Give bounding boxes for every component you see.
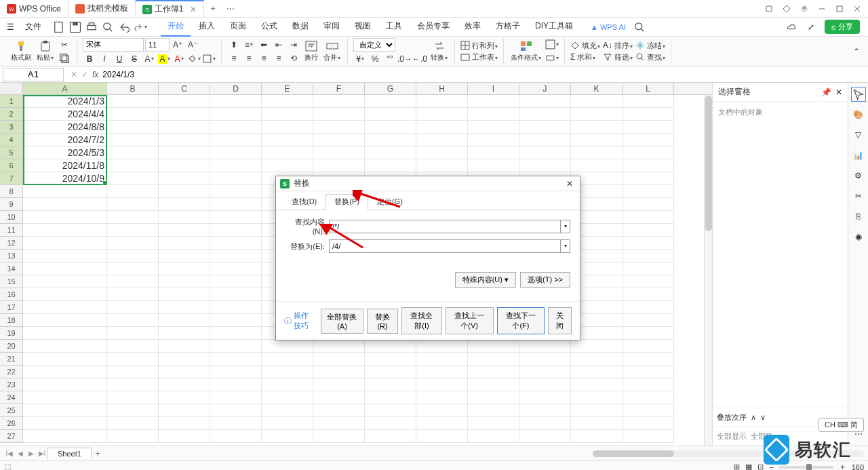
menutab-data[interactable]: 数据 [285, 17, 315, 37]
menutab-view[interactable]: 视图 [348, 17, 378, 37]
cell[interactable] [210, 391, 262, 404]
cell[interactable] [468, 95, 519, 108]
align-l-icon[interactable]: ≡ [227, 52, 241, 64]
cell[interactable] [23, 417, 107, 430]
cell[interactable] [571, 340, 623, 353]
cell[interactable] [262, 159, 313, 172]
cell[interactable] [365, 378, 416, 391]
cell[interactable] [571, 108, 623, 121]
cell[interactable]: 2024/11/8 [23, 159, 107, 172]
cell[interactable] [313, 417, 365, 430]
new-icon[interactable] [52, 20, 66, 34]
cell[interactable] [159, 185, 210, 198]
cell[interactable] [23, 378, 107, 391]
cell[interactable] [519, 430, 571, 443]
cell[interactable] [416, 391, 468, 404]
cell[interactable] [623, 172, 674, 185]
cell[interactable] [468, 108, 519, 121]
cell[interactable] [159, 211, 210, 224]
cell[interactable] [365, 134, 416, 146]
copy-icon[interactable] [58, 52, 71, 64]
cell[interactable] [107, 237, 159, 250]
cell[interactable] [262, 146, 313, 159]
col-header[interactable]: J [519, 83, 571, 94]
cell[interactable] [210, 198, 262, 211]
font-name-select[interactable] [83, 38, 144, 52]
cell[interactable] [519, 146, 571, 159]
wps-ai-button[interactable]: ▲WPS AI [591, 23, 626, 31]
cell[interactable] [262, 353, 313, 366]
cell[interactable] [159, 121, 210, 134]
cell[interactable] [571, 95, 623, 108]
cell[interactable] [159, 275, 210, 288]
cell[interactable] [159, 224, 210, 237]
cell[interactable] [159, 172, 210, 185]
cell[interactable] [107, 250, 159, 262]
tab-menu-button[interactable]: ⋯ [222, 4, 239, 14]
cell[interactable] [107, 353, 159, 366]
cell[interactable] [159, 417, 210, 430]
row-header[interactable]: 7 [0, 172, 23, 185]
menutab-efficiency[interactable]: 效率 [458, 17, 488, 37]
cell[interactable] [623, 301, 674, 314]
row-header[interactable]: 20 [0, 340, 23, 353]
cell[interactable] [623, 121, 674, 134]
cell[interactable] [468, 417, 519, 430]
row-header[interactable]: 13 [0, 250, 23, 262]
cell[interactable] [210, 404, 262, 417]
merge-button[interactable]: 合并 [322, 40, 342, 62]
sort-button[interactable]: 排序 [614, 41, 633, 51]
zoom-slider[interactable] [779, 466, 833, 469]
cell[interactable] [623, 404, 674, 417]
row-header[interactable]: 4 [0, 134, 23, 146]
cell[interactable] [210, 340, 262, 353]
cell[interactable] [313, 159, 365, 172]
freeze-button[interactable]: 冻结 [647, 41, 665, 51]
cell[interactable] [23, 185, 107, 198]
highlight-icon[interactable]: A [157, 53, 171, 65]
cell[interactable] [107, 378, 159, 391]
row-header[interactable]: 14 [0, 262, 23, 275]
underline-icon[interactable]: U [113, 53, 126, 65]
cell[interactable] [416, 146, 468, 159]
cell[interactable] [23, 237, 107, 250]
cell[interactable] [365, 353, 416, 366]
cell[interactable] [159, 340, 210, 353]
row-header[interactable]: 15 [0, 275, 23, 288]
cell[interactable] [416, 366, 468, 378]
cell[interactable] [23, 288, 107, 301]
row-header[interactable]: 11 [0, 224, 23, 237]
cell[interactable] [107, 314, 159, 327]
currency-icon[interactable]: ¥ [353, 53, 367, 65]
cell[interactable] [23, 353, 107, 366]
cell[interactable] [210, 378, 262, 391]
cell[interactable] [107, 262, 159, 275]
menutab-insert[interactable]: 插入 [192, 17, 222, 37]
cell[interactable] [210, 314, 262, 327]
cell[interactable] [159, 108, 210, 121]
cell[interactable] [210, 146, 262, 159]
find-all-button[interactable]: 查找全部(I) [401, 307, 441, 334]
cell[interactable] [623, 314, 674, 327]
cell[interactable] [23, 404, 107, 417]
cell[interactable] [416, 108, 468, 121]
orient-icon[interactable]: ⟲ [287, 52, 300, 64]
replace-dropdown-icon[interactable]: ▾ [561, 239, 570, 253]
expand-icon[interactable]: ⤢ [804, 20, 818, 34]
cell[interactable] [365, 366, 416, 378]
col-header[interactable]: L [623, 83, 674, 94]
menutab-formula[interactable]: 公式 [254, 17, 284, 37]
cell[interactable] [23, 198, 107, 211]
cell[interactable] [571, 353, 623, 366]
indent-inc-icon[interactable]: ⇥ [287, 39, 300, 51]
cell[interactable] [571, 417, 623, 430]
scrollbar-thumb[interactable] [705, 96, 712, 231]
filter-button[interactable]: 筛选 [614, 52, 633, 62]
row-header[interactable]: 24 [0, 391, 23, 404]
cell[interactable] [107, 301, 159, 314]
cell[interactable] [519, 366, 571, 378]
cell[interactable] [571, 378, 623, 391]
cell[interactable] [623, 391, 674, 404]
cell[interactable] [210, 121, 262, 134]
cell[interactable] [23, 314, 107, 327]
